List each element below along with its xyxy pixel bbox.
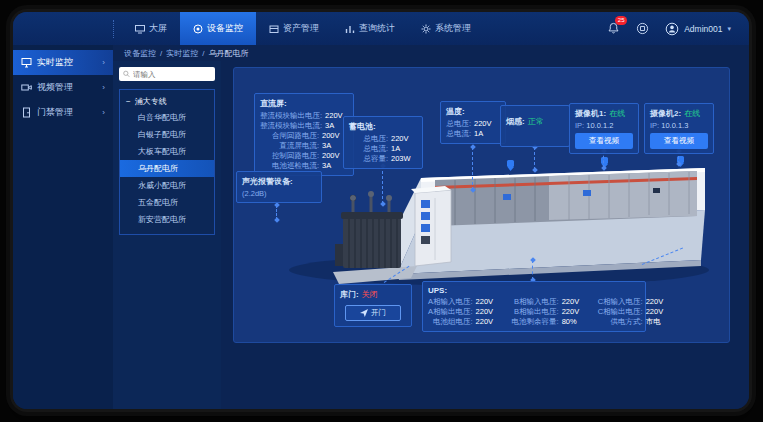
ups-panel: UPS: A相输入电压:220V A相输出电压:220V 电池组电压:220V …: [422, 281, 646, 332]
stat-value: 220V: [476, 297, 502, 307]
connector-line: [534, 147, 535, 170]
stat-value: 220V: [646, 307, 672, 317]
digital-twin-panel: 直流屏: 整流模块输出电压:220V 整流模块输出电流:3A 合闸回路电压:20…: [233, 67, 730, 343]
fullscreen-button[interactable]: [636, 21, 651, 36]
main-content: 直流屏: 整流模块输出电压:220V 整流模块输出电流:3A 合闸回路电压:20…: [221, 61, 749, 409]
open-door-button[interactable]: 开门: [345, 305, 401, 321]
stat-label: 总电流:: [446, 129, 471, 139]
smoke-status-value: 正常: [528, 116, 544, 127]
big-screen-icon: [135, 24, 145, 34]
tree-item-substation[interactable]: 永威小配电所: [120, 177, 214, 194]
panel-title: 蓄电池:: [349, 121, 417, 132]
tree-item-substation[interactable]: 白音华配电所: [120, 109, 214, 126]
stat-label: 电池巡检电流:: [260, 161, 319, 171]
tree-item-substation-selected[interactable]: 乌丹配电所: [120, 160, 214, 177]
stat-label: C相输出电压:: [598, 307, 643, 317]
nav-item-assets[interactable]: 资产管理: [256, 12, 332, 45]
sidebar: 实时监控 › 视频管理 › 门禁管理 ›: [13, 45, 113, 409]
nav-item-label: 大屏: [149, 22, 167, 35]
topbar-divider: [113, 20, 114, 38]
tree-item-substation[interactable]: 白银子配电所: [120, 126, 214, 143]
substation-tree-panel: − 浦大专线 白音华配电所 白银子配电所 大板车配电所 乌丹配电所 永威小配电所…: [113, 61, 221, 409]
fullscreen-icon: [636, 22, 649, 35]
stat-label: 总电压:: [349, 134, 388, 144]
stat-label: A相输出电压:: [428, 307, 473, 317]
stat-label: 总电压:: [446, 119, 471, 129]
battery-panel: 蓄电池: 总电压:220V 总电流:1A 总容量:203W: [343, 116, 423, 169]
stat-label: B相输入电压:: [512, 297, 559, 307]
content-row: − 浦大专线 白音华配电所 白银子配电所 大板车配电所 乌丹配电所 永威小配电所…: [113, 61, 749, 409]
view-video-button[interactable]: 查看视频: [650, 133, 708, 149]
ups-col-c: C相输入电压:220V C相输出电压:220V 供电方式:市电: [598, 297, 672, 327]
monitor-icon: [193, 24, 203, 34]
stat-value: 1A: [474, 129, 500, 139]
view-video-button[interactable]: 查看视频: [575, 133, 633, 149]
logo-area: [13, 12, 113, 45]
notification-badge: 25: [615, 16, 627, 25]
chevron-right-icon: ›: [102, 83, 105, 92]
tree-group-line[interactable]: − 浦大专线: [120, 94, 214, 109]
sidebar-item-access-control[interactable]: 门禁管理 ›: [13, 100, 113, 125]
breadcrumb-item[interactable]: 实时监控: [166, 48, 198, 59]
audible-alarm-panel: 声光报警设备: (2.2dB): [236, 171, 322, 203]
camera-title: 摄像机1:: [575, 108, 606, 119]
breadcrumb-item[interactable]: 乌丹配电所: [208, 48, 248, 59]
stat-label: A相输入电压:: [428, 297, 473, 307]
ups-col-a: A相输入电压:220V A相输出电压:220V 电池组电压:220V: [428, 297, 502, 327]
sidebar-item-label: 视频管理: [37, 81, 73, 94]
nav-item-dashboard[interactable]: 大屏: [122, 12, 180, 45]
tree-search: [119, 67, 215, 81]
collapse-icon: −: [126, 97, 131, 106]
screen-background: 大屏 设备监控 资产管理: [0, 0, 763, 422]
stat-value: 220V: [476, 307, 502, 317]
asset-box-icon: [269, 24, 279, 34]
top-navigation-bar: 大屏 设备监控 资产管理: [13, 12, 749, 45]
stat-value: 203W: [391, 154, 417, 164]
temperature-panel: 温度: 总电压:220V 总电流:1A: [440, 101, 506, 144]
primary-nav: 大屏 设备监控 资产管理: [122, 12, 484, 45]
panel-title: UPS:: [428, 286, 640, 295]
ip-value: 10.0.1.2: [586, 121, 613, 130]
chevron-right-icon: ›: [102, 108, 105, 117]
tree-item-substation[interactable]: 大板车配电所: [120, 143, 214, 160]
ip-value: 10.0.1.3: [661, 121, 688, 130]
breadcrumb-separator: /: [160, 49, 162, 58]
stat-label: 合闸回路电压:: [260, 131, 319, 141]
video-camera-icon: [21, 82, 32, 93]
monitor-screen-icon: [21, 57, 32, 68]
stat-value: 220V: [391, 134, 417, 144]
stat-label: B相输出电压:: [512, 307, 559, 317]
stat-label: 总电流:: [349, 144, 388, 154]
gear-icon: [421, 24, 431, 34]
panel-title: 温度:: [446, 106, 500, 117]
username: Admin001: [684, 24, 722, 34]
nav-item-statistics[interactable]: 查询统计: [332, 12, 408, 45]
sidebar-item-video-management[interactable]: 视频管理 ›: [13, 75, 113, 100]
stat-label: 整流模块输出电压:: [260, 111, 322, 121]
nav-item-device-monitoring[interactable]: 设备监控: [180, 12, 256, 45]
stat-label: 直流屏电流:: [260, 141, 319, 151]
door-label: 库门:: [340, 289, 359, 300]
ip-label: IP:: [575, 121, 584, 130]
breadcrumb-item[interactable]: 设备监控: [124, 48, 156, 59]
stat-label: 整流模块输出电流:: [260, 121, 322, 131]
chevron-right-icon: ›: [102, 58, 105, 67]
tree-item-substation[interactable]: 新安营配电所: [120, 211, 214, 228]
tree-item-substation[interactable]: 五金配电所: [120, 194, 214, 211]
sidebar-item-realtime-monitoring[interactable]: 实时监控 ›: [13, 50, 113, 75]
camera2-panel: 摄像机2: 在线 IP: 10.0.1.3 查看视频: [644, 103, 714, 154]
chevron-down-icon: ▾: [727, 25, 731, 33]
stat-value: 市电: [646, 317, 672, 327]
user-menu[interactable]: Admin001 ▾: [665, 22, 731, 36]
stat-label: 电池组电压:: [428, 317, 473, 327]
connector-line: [532, 260, 533, 280]
send-icon: [360, 309, 368, 317]
door-status: 关闭: [362, 289, 378, 300]
right-column: 设备监控 / 实时监控 / 乌丹配电所: [113, 45, 749, 409]
smoke-sensor-panel: 烟感: 正常: [500, 105, 570, 147]
notifications-button[interactable]: 25: [607, 21, 622, 36]
stat-label: 电池剩余容量:: [512, 317, 559, 327]
search-icon: [123, 70, 130, 78]
nav-item-system[interactable]: 系统管理: [408, 12, 484, 45]
search-input[interactable]: [133, 70, 211, 79]
